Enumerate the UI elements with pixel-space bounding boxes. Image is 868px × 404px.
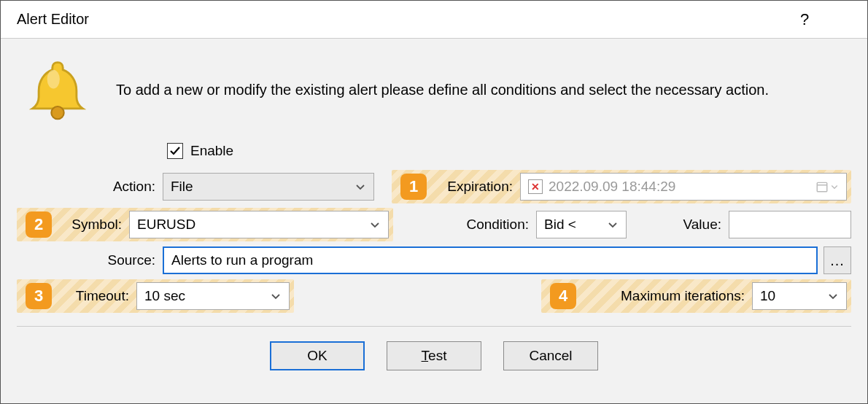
chevron-down-icon <box>601 219 619 230</box>
action-combo[interactable]: File <box>163 173 374 201</box>
svg-rect-2 <box>817 182 827 191</box>
browse-button[interactable]: ... <box>824 246 851 274</box>
timeout-row: 3 Timeout: 10 sec 4 Maximum iterations: … <box>17 279 851 313</box>
badge-3: 3 <box>26 283 52 309</box>
source-label: Source: <box>17 252 163 268</box>
svg-point-0 <box>51 106 63 119</box>
action-label: Action: <box>17 179 163 195</box>
ok-button[interactable]: OK <box>270 341 365 370</box>
value-input[interactable] <box>729 211 851 238</box>
bell-icon <box>24 56 91 123</box>
symbol-value: EURUSD <box>137 217 195 233</box>
close-button[interactable] <box>822 1 857 39</box>
symbol-combo[interactable]: EURUSD <box>129 211 389 238</box>
action-value: File <box>171 179 193 195</box>
timeout-value: 10 sec <box>144 288 185 304</box>
clear-date-icon[interactable]: ✕ <box>528 179 543 194</box>
badge-1: 1 <box>400 174 427 200</box>
expiration-highlight: 1 Expiration: ✕ 2022.09.09 18:44:29 <box>392 170 851 203</box>
maxiter-highlight: 4 Maximum iterations: 10 <box>541 279 851 313</box>
source-value: Alerts to run a program <box>171 252 313 268</box>
footer: OK Test Cancel <box>17 327 851 388</box>
titlebar: Alert Editor ? <box>1 1 867 39</box>
condition-value: Bid < <box>544 217 576 233</box>
condition-label: Condition: <box>450 217 536 233</box>
chevron-down-icon <box>363 219 381 230</box>
window-title: Alert Editor <box>17 11 787 28</box>
expiration-field[interactable]: ✕ 2022.09.09 18:44:29 <box>520 173 847 201</box>
chevron-down-icon <box>349 181 366 193</box>
test-label: Test <box>422 348 447 364</box>
badge-4: 4 <box>550 283 576 309</box>
action-expiration-row: Action: File 1 Expiration: ✕ 2022.09.09 … <box>17 170 851 203</box>
chevron-down-icon <box>821 290 839 302</box>
expiration-value: 2022.09.09 18:44:29 <box>549 179 675 195</box>
help-button[interactable]: ? <box>787 1 822 39</box>
ellipsis-icon: ... <box>830 252 845 269</box>
timeout-combo[interactable]: 10 sec <box>136 282 290 310</box>
symbol-highlight: 2 Symbol: EURUSD <box>17 208 393 241</box>
alert-editor-dialog: Alert Editor ? To add a new or modify th… <box>0 0 868 404</box>
value-label: Value: <box>627 217 729 233</box>
expiration-label: Expiration: <box>431 179 520 195</box>
source-row: Source: Alerts to run a program ... <box>17 246 851 275</box>
symbol-label: Symbol: <box>56 217 129 233</box>
svg-point-1 <box>47 70 60 89</box>
maxiter-value: 10 <box>760 288 775 304</box>
symbol-row: 2 Symbol: EURUSD Condition: Bid < Value: <box>17 208 851 241</box>
test-button[interactable]: Test <box>387 341 481 370</box>
cancel-label: Cancel <box>529 348 572 364</box>
enable-row: Enable <box>17 136 851 166</box>
chevron-down-icon <box>264 290 282 302</box>
dialog-body: To add a new or modify the existing aler… <box>1 39 867 403</box>
maxiter-combo[interactable]: 10 <box>752 282 847 310</box>
maxiter-label: Maximum iterations: <box>581 288 752 304</box>
condition-combo[interactable]: Bid < <box>536 211 627 238</box>
timeout-highlight: 3 Timeout: 10 sec <box>17 279 294 313</box>
ok-label: OK <box>307 348 327 364</box>
calendar-icon[interactable] <box>815 180 839 193</box>
checkmark-icon <box>169 145 181 157</box>
cancel-button[interactable]: Cancel <box>503 341 598 370</box>
enable-label: Enable <box>190 143 233 159</box>
intro-row: To add a new or modify the existing aler… <box>17 56 851 123</box>
help-icon: ? <box>800 10 809 29</box>
source-input[interactable]: Alerts to run a program <box>163 246 818 274</box>
intro-text: To add a new or modify the existing aler… <box>116 82 851 98</box>
enable-checkbox[interactable] <box>167 143 183 159</box>
timeout-label: Timeout: <box>56 288 136 304</box>
badge-2: 2 <box>26 211 52 238</box>
